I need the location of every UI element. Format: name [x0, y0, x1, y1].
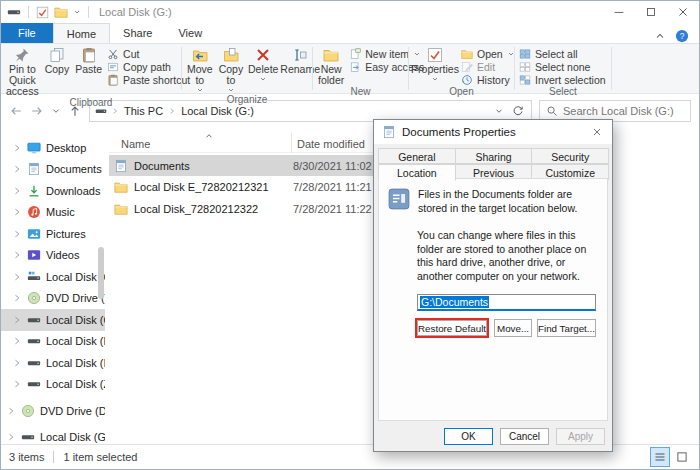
expand-chevron-icon[interactable] — [12, 358, 22, 368]
find-target-button[interactable]: Find Target... — [537, 319, 596, 337]
details-view-button[interactable] — [651, 448, 669, 466]
copy-button[interactable]: Copy — [42, 45, 73, 97]
folder-icon — [114, 202, 128, 216]
paste-icon — [81, 47, 97, 63]
sidebar-item-label: Pictures — [46, 228, 86, 240]
tab-sharing[interactable]: Sharing — [455, 148, 533, 164]
button-label: Properties — [411, 64, 459, 75]
column-header-date-modified[interactable]: Date modified — [297, 138, 365, 150]
ribbon-tab-strip: File Home Share View ? — [1, 23, 699, 43]
tab-location[interactable]: Location — [378, 164, 456, 181]
expand-chevron-icon[interactable] — [12, 336, 22, 346]
expand-chevron-icon[interactable] — [12, 379, 22, 389]
sidebar-item[interactable]: DVD Drive (D:) CO — [1, 400, 105, 422]
breadcrumb-local-disk-g[interactable]: Local Disk (G:) — [180, 105, 255, 117]
file-explorer-window: Local Disk (G:) File Home Share View ? P… — [0, 0, 700, 470]
properties-quick-button[interactable] — [36, 6, 49, 19]
sidebar-item[interactable]: Desktop — [1, 137, 105, 159]
selection-count: 1 item selected — [63, 451, 137, 463]
refresh-icon[interactable] — [512, 105, 524, 117]
button-label: Select all — [535, 48, 578, 60]
dialog-close-button[interactable] — [582, 120, 612, 144]
expand-chevron-icon[interactable] — [12, 164, 22, 174]
copy-path-button[interactable]: Copy path — [105, 60, 192, 73]
desktop-icon — [27, 141, 41, 155]
large-icons-view-button[interactable] — [673, 448, 691, 466]
expand-chevron-icon[interactable] — [12, 143, 22, 153]
expand-chevron-icon[interactable] — [6, 432, 16, 442]
maximize-button[interactable] — [635, 1, 667, 23]
sidebar-item-label: Videos — [46, 249, 79, 261]
copy-to-button[interactable]: Copy to — [216, 45, 247, 94]
dialog-title-bar: Documents Properties — [374, 120, 612, 144]
paste-shortcut-button[interactable]: Paste shortcut — [105, 73, 192, 86]
sidebar-item[interactable]: Music — [1, 202, 105, 224]
cancel-button[interactable]: Cancel — [500, 428, 549, 445]
tab-share[interactable]: Share — [110, 23, 165, 43]
sidebar-item[interactable]: Local Disk (G:) — [1, 309, 105, 331]
sidebar-item[interactable]: Local Disk (C:) — [1, 266, 105, 288]
tab-security[interactable]: Security — [531, 148, 609, 164]
paste-button[interactable]: Paste — [72, 45, 105, 97]
expand-chevron-icon[interactable] — [12, 315, 22, 325]
sidebar-item[interactable]: Videos — [1, 245, 105, 267]
close-button[interactable] — [667, 1, 699, 23]
column-header-name[interactable]: Name — [121, 138, 150, 150]
sidebar-item[interactable]: Local Disk (Z:) — [1, 374, 105, 396]
ok-button[interactable]: OK — [444, 428, 493, 445]
expand-chevron-icon[interactable] — [12, 250, 22, 260]
move-to-button[interactable]: Move to — [184, 45, 216, 94]
file-row[interactable]: Local Disk_728202123227/28/2021 11:22 PM — [109, 198, 401, 219]
help-icon[interactable]: ? — [675, 29, 689, 43]
tab-home[interactable]: Home — [53, 23, 110, 43]
cut-button[interactable]: Cut — [105, 47, 192, 60]
tab-file[interactable]: File — [1, 23, 53, 43]
expand-chevron-icon[interactable] — [12, 272, 22, 282]
sidebar-item[interactable]: Documents — [1, 159, 105, 181]
ribbon-group-organize: Move to Copy to Delete Rename Organize — [182, 44, 312, 93]
minimize-button[interactable] — [603, 1, 635, 23]
sidebar-item[interactable]: Downloads — [1, 180, 105, 202]
expand-chevron-icon[interactable] — [12, 293, 22, 303]
apply-button[interactable]: Apply — [556, 428, 605, 445]
select-all-button[interactable]: Select all — [517, 47, 608, 60]
sidebar-item-label: Local Disk (C:) — [46, 271, 105, 283]
document-icon — [382, 125, 396, 139]
file-row[interactable]: Documents8/30/2021 11:02 PM — [109, 155, 401, 176]
pin-to-quick-access-button[interactable]: Pin to Quick access — [3, 45, 42, 97]
sidebar-item[interactable]: Local Disk (I:) — [1, 352, 105, 374]
new-folder-quick-button[interactable] — [54, 5, 68, 19]
open-button[interactable]: Open — [459, 47, 517, 60]
file-row[interactable]: Local Disk E_728202123217/28/2021 11:21 … — [109, 177, 401, 198]
invert-selection-button[interactable]: Invert selection — [517, 73, 608, 86]
minimize-ribbon-icon[interactable] — [654, 30, 666, 42]
button-label: Paste — [75, 64, 102, 75]
column-divider[interactable] — [291, 133, 292, 153]
edit-button[interactable]: Edit — [459, 60, 517, 73]
expand-chevron-icon[interactable] — [12, 186, 22, 196]
expand-chevron-icon[interactable] — [12, 229, 22, 239]
annotation-highlight-box: Restore Default — [415, 318, 489, 338]
restore-default-button[interactable]: Restore Default — [417, 320, 487, 336]
sidebar-scrollbar[interactable] — [98, 247, 104, 299]
svg-text:?: ? — [680, 31, 685, 41]
sidebar-item[interactable]: Local Disk (H:) — [1, 331, 105, 353]
search-input[interactable] — [563, 105, 681, 117]
new-folder-button[interactable]: New folder — [315, 45, 347, 86]
tab-general[interactable]: General — [378, 148, 456, 164]
delete-button[interactable]: Delete — [246, 45, 280, 94]
properties-button[interactable]: Properties — [411, 45, 459, 86]
sidebar-item[interactable]: DVD Drive (D:) C — [1, 288, 105, 310]
location-input[interactable]: G:\Documents — [417, 294, 596, 311]
expand-chevron-icon[interactable] — [12, 207, 22, 217]
large-icons-view-icon — [676, 451, 688, 463]
customize-toolbar-icon[interactable] — [73, 8, 81, 16]
select-none-button[interactable]: Select none — [517, 60, 608, 73]
move-button[interactable]: Move... — [494, 319, 532, 337]
expand-chevron-icon[interactable] — [6, 406, 16, 416]
sidebar-item[interactable]: Pictures — [1, 223, 105, 245]
address-dropdown-icon[interactable] — [494, 106, 504, 116]
sidebar-item[interactable]: Local Disk (G:) — [1, 427, 105, 445]
tab-view[interactable]: View — [165, 23, 215, 43]
history-button[interactable]: History — [459, 73, 517, 86]
